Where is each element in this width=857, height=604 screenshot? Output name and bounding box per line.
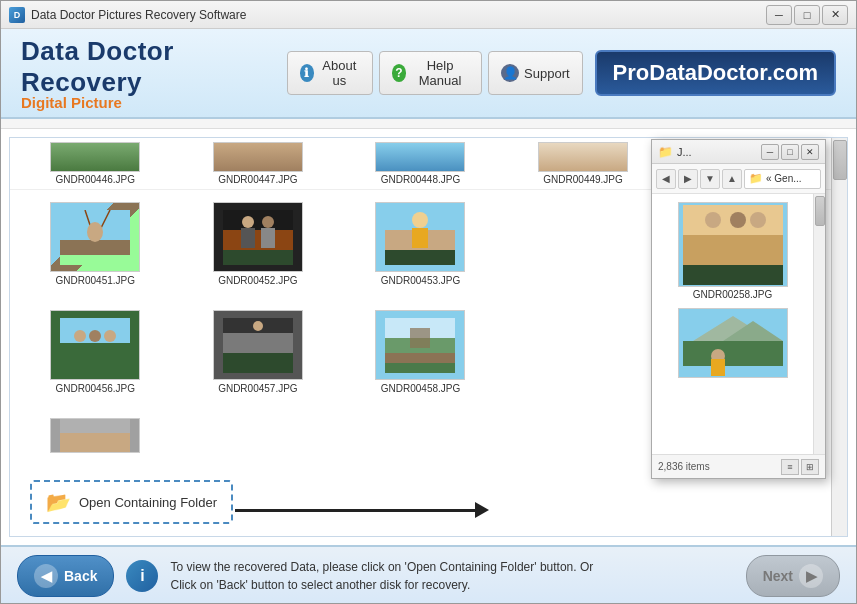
svg-rect-29 bbox=[223, 333, 293, 353]
main-content: GNDR00446.JPG GNDR00447.JPG GNDR00448.JP… bbox=[1, 129, 856, 545]
fw-item-count: 2,836 items bbox=[658, 461, 710, 472]
gallery-top-label: GNDR00448.JPG bbox=[381, 174, 460, 185]
bottom-bar: ◀ Back i To view the recovered Data, ple… bbox=[1, 545, 856, 604]
gallery-top-thumb bbox=[538, 142, 628, 172]
fw-content: GNDR00258.JPG bbox=[652, 194, 825, 454]
fw-scrollbar-thumb[interactable] bbox=[815, 196, 825, 226]
gallery-top-item[interactable]: GNDR00446.JPG bbox=[14, 138, 177, 189]
back-label: Back bbox=[64, 568, 97, 584]
fw-forward-button[interactable]: ▶ bbox=[678, 169, 698, 189]
fw-back-button[interactable]: ◀ bbox=[656, 169, 676, 189]
gallery-scrollbar[interactable] bbox=[831, 138, 847, 536]
gallery-label: GNDR00451.JPG bbox=[56, 275, 135, 286]
next-arrow-icon: ▶ bbox=[799, 564, 823, 588]
svg-rect-35 bbox=[385, 363, 455, 373]
maximize-button[interactable]: □ bbox=[794, 5, 820, 25]
gallery-label: GNDR00458.JPG bbox=[381, 383, 460, 394]
gallery-label: GNDR00457.JPG bbox=[218, 383, 297, 394]
fw-list-view-button[interactable]: ≡ bbox=[781, 459, 799, 475]
svg-point-26 bbox=[89, 330, 101, 342]
gallery-item[interactable]: GNDR00451.JPG bbox=[14, 194, 177, 294]
svg-point-10 bbox=[262, 216, 274, 228]
fw-path: 📁 « Gen... bbox=[744, 169, 821, 189]
svg-rect-44 bbox=[683, 265, 783, 285]
gallery-item[interactable]: GNDR00456.JPG bbox=[14, 302, 177, 402]
fw-controls[interactable]: ─ □ ✕ bbox=[761, 144, 819, 160]
svg-point-16 bbox=[412, 212, 428, 228]
gallery-item[interactable]: GNDR00452.JPG bbox=[177, 194, 340, 294]
open-containing-folder-button[interactable]: 📂 Open Containing Folder bbox=[30, 480, 233, 524]
svg-point-47 bbox=[750, 212, 766, 228]
gallery-top-item[interactable]: GNDR00448.JPG bbox=[339, 138, 502, 189]
fw-close-button[interactable]: ✕ bbox=[801, 144, 819, 160]
folder-icon: 📂 bbox=[46, 490, 71, 514]
svg-point-31 bbox=[253, 321, 263, 331]
minimize-button[interactable]: ─ bbox=[766, 5, 792, 25]
title-bar-left: D Data Doctor Pictures Recovery Software bbox=[9, 7, 246, 23]
fw-path-label: « Gen... bbox=[766, 173, 802, 184]
back-arrow-icon: ◀ bbox=[34, 564, 58, 588]
support-button[interactable]: 👤 Support bbox=[488, 51, 583, 95]
fw-maximize-button[interactable]: □ bbox=[781, 144, 799, 160]
gallery-thumb bbox=[50, 202, 140, 272]
close-button[interactable]: ✕ bbox=[822, 5, 848, 25]
svg-point-27 bbox=[104, 330, 116, 342]
fw-status: 2,836 items ≡ ⊞ bbox=[652, 454, 825, 478]
fw-thumb bbox=[678, 202, 788, 287]
svg-rect-7 bbox=[223, 230, 293, 250]
logo-sub: Digital Picture bbox=[21, 94, 287, 111]
floating-folder-window: 📁 J... ─ □ ✕ ◀ ▶ ▼ ▲ 📁 « Gen... bbox=[651, 139, 826, 479]
gallery-item[interactable]: GNDR00457.JPG bbox=[177, 302, 340, 402]
fw-toolbar: ◀ ▶ ▼ ▲ 📁 « Gen... bbox=[652, 164, 825, 194]
title-bar-controls[interactable]: ─ □ ✕ bbox=[766, 5, 848, 25]
fw-minimize-button[interactable]: ─ bbox=[761, 144, 779, 160]
about-us-button[interactable]: ℹ About us bbox=[287, 51, 373, 95]
floating-window-title-bar: 📁 J... ─ □ ✕ bbox=[652, 140, 825, 164]
gallery-item[interactable]: GNDR00453.JPG bbox=[339, 194, 502, 294]
fw-view-buttons[interactable]: ≡ ⊞ bbox=[781, 459, 819, 475]
gallery-top-label: GNDR00446.JPG bbox=[56, 174, 135, 185]
gallery-item[interactable] bbox=[14, 410, 177, 461]
svg-rect-17 bbox=[412, 228, 428, 248]
svg-rect-51 bbox=[683, 341, 783, 366]
app-icon: D bbox=[9, 7, 25, 23]
fw-grid-view-button[interactable]: ⊞ bbox=[801, 459, 819, 475]
svg-rect-43 bbox=[683, 235, 783, 265]
bottom-text: To view the recovered Data, please click… bbox=[170, 558, 593, 594]
svg-rect-2 bbox=[60, 255, 130, 265]
gallery-item[interactable]: GNDR00458.JPG bbox=[339, 302, 502, 402]
fw-dropdown-button[interactable]: ▼ bbox=[700, 169, 720, 189]
support-label: Support bbox=[524, 66, 570, 81]
help-manual-button[interactable]: ? Help Manual bbox=[379, 51, 482, 95]
gallery-thumb bbox=[375, 202, 465, 272]
scrollbar-thumb[interactable] bbox=[833, 140, 847, 180]
title-bar: D Data Doctor Pictures Recovery Software… bbox=[1, 1, 856, 29]
fw-item[interactable]: GNDR00258.JPG bbox=[656, 198, 809, 304]
gallery-label: GNDR00452.JPG bbox=[218, 275, 297, 286]
header-buttons: ℹ About us ? Help Manual 👤 Support bbox=[287, 51, 583, 95]
gallery-label: GNDR00456.JPG bbox=[56, 383, 135, 394]
help-manual-label: Help Manual bbox=[411, 58, 469, 88]
fw-up-button[interactable]: ▲ bbox=[722, 169, 742, 189]
fw-folder-icon: 📁 bbox=[658, 145, 673, 159]
header: Data Doctor Recovery Digital Picture ℹ A… bbox=[1, 29, 856, 119]
svg-point-9 bbox=[242, 216, 254, 228]
fw-thumb bbox=[678, 308, 788, 378]
gallery-thumb bbox=[50, 310, 140, 380]
logo-main: Data Doctor Recovery bbox=[21, 36, 287, 98]
gallery-top-item[interactable]: GNDR00447.JPG bbox=[177, 138, 340, 189]
arrow-line bbox=[235, 509, 475, 512]
next-button[interactable]: Next ▶ bbox=[746, 555, 840, 597]
gallery-thumb bbox=[213, 310, 303, 380]
svg-rect-36 bbox=[410, 328, 430, 348]
fw-scrollbar[interactable] bbox=[813, 194, 825, 454]
back-button[interactable]: ◀ Back bbox=[17, 555, 114, 597]
svg-point-45 bbox=[705, 212, 721, 228]
svg-rect-8 bbox=[223, 250, 293, 265]
svg-rect-15 bbox=[385, 250, 455, 265]
svg-point-5 bbox=[87, 222, 103, 242]
svg-point-46 bbox=[730, 212, 746, 228]
fw-item[interactable] bbox=[656, 304, 809, 384]
gallery-top-item[interactable]: GNDR00449.JPG bbox=[502, 138, 665, 189]
gallery-thumb bbox=[375, 310, 465, 380]
